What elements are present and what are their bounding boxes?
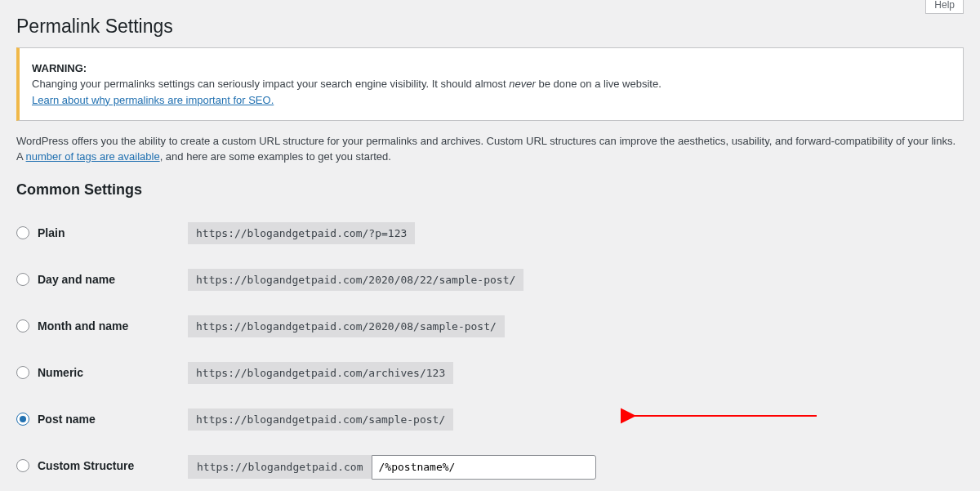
warning-text-1: Changing your permalinks settings can se… <box>32 78 509 90</box>
warning-notice: WARNING: Changing your permalinks settin… <box>16 47 964 121</box>
option-post-name[interactable]: Post name <box>16 413 172 426</box>
intro-text-2: , and here are some examples to get you … <box>160 150 391 163</box>
radio-post-name[interactable] <box>16 413 29 426</box>
url-month-name: https://blogandgetpaid.com/2020/08/sampl… <box>188 315 505 337</box>
arrow-annotation <box>621 408 825 424</box>
option-plain[interactable]: Plain <box>16 226 172 239</box>
url-post-name: https://blogandgetpaid.com/sample-post/ <box>188 408 453 431</box>
custom-structure-input[interactable] <box>372 455 596 480</box>
url-numeric: https://blogandgetpaid.com/archives/123 <box>188 362 453 384</box>
help-tab[interactable]: Help <box>925 0 964 14</box>
warning-link[interactable]: Learn about why permalinks are important… <box>32 94 274 106</box>
warning-emph: never <box>509 78 536 90</box>
radio-month-name[interactable] <box>16 319 29 333</box>
warning-label: WARNING: <box>32 62 87 74</box>
radio-custom[interactable] <box>16 459 29 472</box>
radio-plain[interactable] <box>16 226 29 239</box>
option-month-name[interactable]: Month and name <box>16 319 172 333</box>
page-title: Permalink Settings <box>16 8 964 41</box>
url-day-name: https://blogandgetpaid.com/2020/08/22/sa… <box>188 269 523 291</box>
intro-link[interactable]: number of tags are available <box>26 150 160 163</box>
custom-prefix: https://blogandgetpaid.com <box>188 455 372 479</box>
warning-text-2: be done on a live website. <box>536 78 662 90</box>
option-custom-label: Custom Structure <box>38 459 134 472</box>
option-month-name-label: Month and name <box>38 319 128 333</box>
common-settings-heading: Common Settings <box>16 181 964 199</box>
option-numeric-label: Numeric <box>38 366 83 379</box>
radio-numeric[interactable] <box>16 366 29 379</box>
radio-day-name[interactable] <box>16 273 29 286</box>
option-plain-label: Plain <box>38 226 65 239</box>
option-post-name-label: Post name <box>38 413 96 426</box>
url-plain: https://blogandgetpaid.com/?p=123 <box>188 222 415 244</box>
option-day-name-label: Day and name <box>38 273 115 286</box>
intro-paragraph: WordPress offers you the ability to crea… <box>16 133 964 165</box>
option-day-name[interactable]: Day and name <box>16 273 172 286</box>
option-numeric[interactable]: Numeric <box>16 366 172 379</box>
option-custom[interactable]: Custom Structure <box>16 459 172 472</box>
